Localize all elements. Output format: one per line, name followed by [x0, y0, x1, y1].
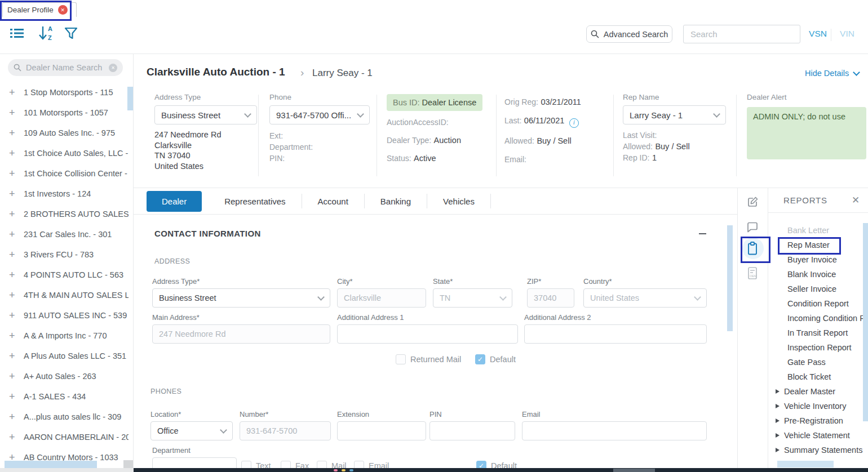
- hide-details-link[interactable]: Hide Details: [805, 69, 859, 78]
- returned-mail-checkbox[interactable]: [396, 354, 406, 364]
- dealer-list-item[interactable]: 1st Investors - 124: [0, 184, 129, 204]
- report-item[interactable]: Blank Invoice: [768, 267, 865, 282]
- additional-address-2-input[interactable]: [524, 324, 707, 344]
- section-tab[interactable]: Banking: [365, 194, 427, 208]
- rep-name-select[interactable]: Larry Seay - 1: [623, 105, 726, 124]
- address-type-select[interactable]: Business Street: [154, 105, 257, 124]
- advanced-search-button[interactable]: Advanced Search: [586, 25, 672, 43]
- section-tab[interactable]: Account: [302, 194, 365, 208]
- tab-dealer-profile[interactable]: Dealer Profile: [2, 2, 77, 17]
- vsn-button[interactable]: VSN: [805, 26, 831, 41]
- sidebar-horizontal-scrollbar[interactable]: [5, 461, 97, 468]
- report-item[interactable]: Pre-Registration: [768, 413, 865, 428]
- state-select[interactable]: TN: [433, 288, 512, 308]
- dealer-list-item[interactable]: 109 Auto Sales Inc. - 975: [0, 123, 129, 143]
- dealer-list-item[interactable]: 4 POINTS AUTO LLC - 563: [0, 265, 129, 285]
- expand-plus-icon[interactable]: [9, 127, 16, 139]
- expand-plus-icon[interactable]: [9, 208, 16, 220]
- report-item[interactable]: Summary Statements: [768, 443, 865, 457]
- section-tab[interactable]: Vehicles: [427, 194, 491, 208]
- dealer-name-search[interactable]: Dealer Name Search: [8, 59, 123, 76]
- section-tab[interactable]: Representatives: [209, 194, 302, 208]
- report-item[interactable]: In Transit Report: [768, 326, 865, 340]
- expand-plus-icon[interactable]: [9, 188, 16, 200]
- expand-plus-icon[interactable]: [9, 391, 16, 403]
- dealer-list-item[interactable]: 101 Motorsports - 1057: [0, 103, 129, 123]
- dealer-list-item[interactable]: AARON CHAMBERLAIN - 2053: [0, 427, 129, 447]
- dealer-list-item[interactable]: A+ Auto Sales - 263: [0, 366, 129, 386]
- dealer-list-item[interactable]: 2 BROTHERS AUTO SALES - 2: [0, 204, 129, 224]
- dealer-list-item[interactable]: A-1 SALES - 434: [0, 386, 129, 407]
- main-address-input[interactable]: [152, 324, 330, 344]
- report-item[interactable]: Condition Report: [768, 296, 865, 311]
- expand-arrow-icon[interactable]: [776, 389, 780, 394]
- main-vertical-scrollbar[interactable]: [727, 225, 733, 331]
- close-reports-icon[interactable]: [852, 194, 860, 206]
- sidebar-vertical-scrollbar[interactable]: [127, 87, 133, 110]
- phone-select[interactable]: 931-647-5700 Offi...: [269, 105, 370, 124]
- country-select[interactable]: United States: [583, 288, 707, 308]
- expand-plus-icon[interactable]: [9, 269, 16, 281]
- list-menu-icon[interactable]: [9, 26, 25, 41]
- expand-arrow-icon[interactable]: [776, 418, 780, 423]
- section-tab[interactable]: Dealer: [147, 191, 202, 212]
- report-item[interactable]: Vehicle Statement: [768, 428, 865, 443]
- expand-plus-icon[interactable]: [9, 371, 16, 382]
- report-item[interactable]: Inspection Report: [768, 340, 865, 355]
- expand-plus-icon[interactable]: [9, 168, 16, 180]
- report-item[interactable]: Block Ticket: [768, 369, 865, 384]
- comment-icon[interactable]: [745, 220, 760, 234]
- info-icon[interactable]: [569, 118, 579, 128]
- dealer-list-item[interactable]: A & A Imports Inc - 770: [0, 326, 129, 346]
- report-item[interactable]: Seller Invoice: [768, 282, 865, 296]
- reports-vertical-scrollbar[interactable]: [863, 223, 868, 421]
- dealer-list-item[interactable]: 1st Choice Collision Center - 16: [0, 163, 129, 184]
- extension-input[interactable]: [337, 421, 426, 440]
- expand-arrow-icon[interactable]: [776, 433, 780, 438]
- dealer-list-item[interactable]: 1st Choice Auto Sales, LLC - 23: [0, 143, 129, 163]
- number-input[interactable]: [240, 421, 331, 440]
- dealer-list-item[interactable]: A...plus auto sales llc - 309: [0, 407, 129, 427]
- report-item[interactable]: Vehicle Inventory: [768, 399, 865, 413]
- expand-plus-icon[interactable]: [9, 290, 16, 301]
- location-select[interactable]: Office: [150, 421, 233, 440]
- expand-plus-icon[interactable]: [9, 249, 16, 261]
- expand-plus-icon[interactable]: [9, 310, 16, 322]
- expand-plus-icon[interactable]: [9, 107, 16, 119]
- edit-icon[interactable]: [745, 195, 760, 210]
- default-checkbox[interactable]: [475, 354, 485, 364]
- address-type-select[interactable]: Business Street: [152, 288, 330, 308]
- zip-input[interactable]: [527, 288, 574, 308]
- expand-plus-icon[interactable]: [9, 87, 16, 99]
- dealer-list-item[interactable]: 4TH & MAIN AUTO SALES LLC: [0, 285, 129, 305]
- expand-plus-icon[interactable]: [9, 350, 16, 362]
- dealer-list-item[interactable]: 3 Rivers FCU - 783: [0, 244, 129, 265]
- clear-search-icon[interactable]: [109, 64, 117, 72]
- clipboard-reports-icon[interactable]: [745, 241, 760, 256]
- expand-arrow-icon[interactable]: [776, 448, 780, 452]
- filter-icon[interactable]: [63, 26, 79, 41]
- expand-plus-icon[interactable]: [9, 148, 16, 159]
- additional-address-1-input[interactable]: [337, 324, 518, 344]
- expand-arrow-icon[interactable]: [776, 404, 780, 408]
- close-tab-icon[interactable]: [58, 5, 68, 15]
- pin-input[interactable]: [429, 421, 515, 440]
- report-item[interactable]: Incoming Condition Report: [768, 311, 865, 326]
- breadcrumb-dealer[interactable]: Clarksville Auto Auction - 1: [147, 66, 285, 78]
- dealer-list-item[interactable]: 231 Car Sales Inc. - 301: [0, 224, 129, 244]
- expand-plus-icon[interactable]: [9, 431, 16, 443]
- reports-horizontal-scrollbar[interactable]: [777, 461, 834, 467]
- expand-plus-icon[interactable]: [9, 330, 16, 342]
- expand-plus-icon[interactable]: [9, 411, 16, 423]
- city-input[interactable]: [337, 288, 426, 308]
- vin-button[interactable]: VIN: [834, 26, 860, 41]
- report-item[interactable]: Rep Master: [768, 238, 865, 252]
- collapse-section-icon[interactable]: [699, 233, 706, 234]
- report-item[interactable]: Dealer Master: [768, 384, 865, 399]
- global-search-input[interactable]: [683, 25, 800, 43]
- report-item[interactable]: Gate Pass: [768, 355, 865, 369]
- sort-az-icon[interactable]: A Z: [37, 24, 55, 42]
- report-item[interactable]: Buyer Invoice: [768, 252, 865, 267]
- dealer-list-item[interactable]: 911 AUTO SALES INC - 539: [0, 305, 129, 326]
- oem-document-icon[interactable]: OEM: [745, 266, 760, 280]
